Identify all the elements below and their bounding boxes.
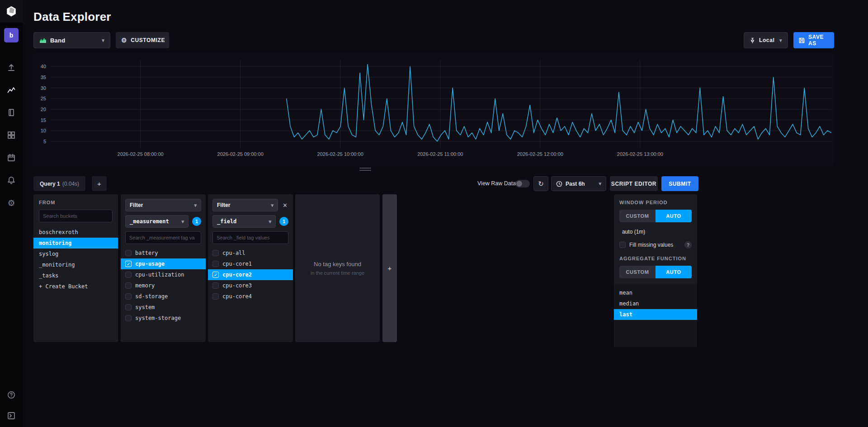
checkbox-icon — [125, 250, 132, 256]
checkbox-checked-icon: ✓ — [125, 261, 132, 267]
nav-item-dashboards[interactable] — [0, 130, 23, 140]
window-period-value: auto (1m) — [619, 228, 692, 241]
measurement-label: system-storage — [135, 315, 181, 321]
empty-panel-submessage: in the current time range — [311, 270, 364, 276]
bell-icon — [7, 176, 16, 185]
bucket-item[interactable]: syslog — [33, 249, 118, 259]
nav-item-tasks[interactable] — [0, 153, 23, 163]
chart-line-svg — [51, 60, 831, 148]
save-as-button[interactable]: SAVE AS — [793, 32, 834, 48]
resize-drag-handle[interactable] — [359, 168, 371, 172]
time-range-dropdown[interactable]: Past 6h ▾ — [551, 176, 606, 191]
checkbox-icon — [212, 261, 219, 267]
add-query-button[interactable]: + — [92, 176, 107, 191]
dashboard-grid-icon — [7, 131, 16, 140]
nav-item-alerts[interactable] — [0, 175, 23, 185]
window-auto-button[interactable]: AUTO — [656, 210, 692, 222]
window-period-title: WINDOW PERIOD — [619, 200, 692, 205]
selected-count-badge: 1 — [192, 217, 201, 226]
checkbox-icon — [125, 304, 132, 310]
chevron-down-icon: ▾ — [181, 219, 184, 225]
add-filter-card[interactable]: + — [382, 194, 397, 342]
chart-x-axis: 2026-02-25 08:00:002026-02-25 09:00:0020… — [51, 151, 831, 160]
nav-item-settings[interactable]: ⚙ — [0, 198, 23, 208]
save-icon — [799, 38, 805, 43]
bucket-item-selected[interactable]: monitoring — [33, 238, 118, 249]
filter-panel-field: Filter ▾ ✕ _field ▾ 1 cpu-all cpu-core1 … — [208, 194, 293, 342]
view-raw-data-label: View Raw Data — [477, 180, 516, 187]
bucket-item[interactable]: _tasks — [33, 270, 118, 281]
nav-item-help[interactable] — [0, 390, 23, 400]
pin-icon — [750, 38, 755, 43]
measurement-search-input[interactable] — [125, 231, 201, 244]
chart-plot-area[interactable] — [51, 60, 831, 148]
field-label: cpu-all — [222, 250, 245, 256]
submit-button[interactable]: SUBMIT — [661, 176, 698, 191]
bucket-search-input[interactable] — [39, 210, 113, 222]
field-item[interactable]: cpu-all — [208, 248, 293, 258]
create-bucket-button[interactable]: + Create Bucket — [33, 281, 118, 292]
checkbox-icon[interactable] — [619, 242, 626, 248]
query-tab[interactable]: Query 1 (0.04s) — [33, 176, 85, 191]
tag-key-dropdown[interactable]: _measurement ▾ — [125, 215, 189, 228]
fill-missing-row[interactable]: Fill missing values ? — [619, 241, 692, 256]
measurement-label: cpu-usage — [135, 261, 165, 267]
nav-item-version[interactable] — [0, 411, 23, 421]
nav-item-data-explorer[interactable] — [0, 85, 23, 95]
measurement-item[interactable]: system-storage — [121, 313, 206, 324]
checkbox-icon — [125, 282, 132, 289]
clock-icon — [556, 181, 562, 187]
field-item[interactable]: cpu-core1 — [208, 258, 293, 269]
checkbox-icon — [212, 250, 219, 256]
filter-type-label: Filter — [217, 202, 230, 208]
nav-item-notebooks[interactable] — [0, 108, 23, 117]
remove-filter-icon[interactable]: ✕ — [282, 201, 288, 210]
aggregate-function-item[interactable]: mean — [614, 287, 697, 298]
influxdb-logo-icon — [5, 5, 17, 17]
field-label: cpu-core1 — [222, 261, 252, 267]
band-graph-icon — [39, 37, 47, 44]
tag-key-dropdown[interactable]: _field ▾ — [212, 215, 276, 228]
bucket-item[interactable]: _monitoring — [33, 259, 118, 270]
gear-icon: ⚙ — [121, 37, 127, 44]
field-list: cpu-all cpu-core1 ✓cpu-core2 cpu-core3 c… — [208, 248, 293, 302]
measurement-item-selected[interactable]: ✓cpu-usage — [121, 258, 206, 269]
field-label: cpu-core2 — [222, 272, 252, 278]
nav-item-load-data[interactable] — [0, 62, 23, 72]
bucket-item[interactable]: boschrexroth — [33, 227, 118, 238]
script-editor-button[interactable]: SCRIPT EDITOR — [610, 176, 658, 191]
help-tooltip-icon[interactable]: ? — [684, 241, 692, 249]
view-raw-data-toggle[interactable] — [515, 180, 530, 188]
book-icon — [7, 108, 16, 117]
filter-type-dropdown[interactable]: Filter ▾ — [212, 199, 278, 211]
toggle-knob — [516, 181, 522, 187]
fill-missing-label: Fill missing values — [629, 242, 673, 248]
field-search-input[interactable] — [212, 231, 288, 244]
field-item[interactable]: cpu-core3 — [208, 280, 293, 291]
aggregate-auto-button[interactable]: AUTO — [656, 266, 692, 278]
measurement-item[interactable]: memory — [121, 280, 206, 291]
checkbox-icon — [212, 293, 219, 300]
graph-type-label: Band — [50, 37, 65, 44]
aggregate-function-item-selected[interactable]: last — [614, 309, 697, 320]
tag-key-label: _field — [217, 218, 236, 225]
field-item[interactable]: cpu-core4 — [208, 291, 293, 302]
calendar-icon — [7, 153, 16, 162]
location-dropdown[interactable]: Local ▾ — [744, 32, 788, 48]
org-avatar[interactable]: b — [4, 28, 19, 42]
window-custom-button[interactable]: CUSTOM — [619, 210, 656, 222]
measurement-item[interactable]: cpu-utilization — [121, 269, 206, 280]
aggregate-function-item[interactable]: median — [614, 298, 697, 309]
page-title: Data Explorer — [33, 10, 111, 24]
customize-button[interactable]: ⚙ CUSTOMIZE — [116, 32, 169, 48]
influxdb-logo[interactable] — [0, 0, 23, 23]
aggregate-custom-button[interactable]: CUSTOM — [619, 266, 656, 278]
graph-type-dropdown[interactable]: Band ▾ — [33, 32, 110, 48]
measurement-item[interactable]: battery — [121, 248, 206, 258]
field-item-selected[interactable]: ✓cpu-core2 — [208, 269, 293, 280]
filter-type-dropdown[interactable]: Filter ▾ — [125, 199, 201, 211]
selected-count-badge: 1 — [279, 217, 288, 226]
measurement-item[interactable]: sd-storage — [121, 291, 206, 302]
refresh-button[interactable]: ↻ — [533, 176, 548, 191]
measurement-item[interactable]: system — [121, 302, 206, 313]
